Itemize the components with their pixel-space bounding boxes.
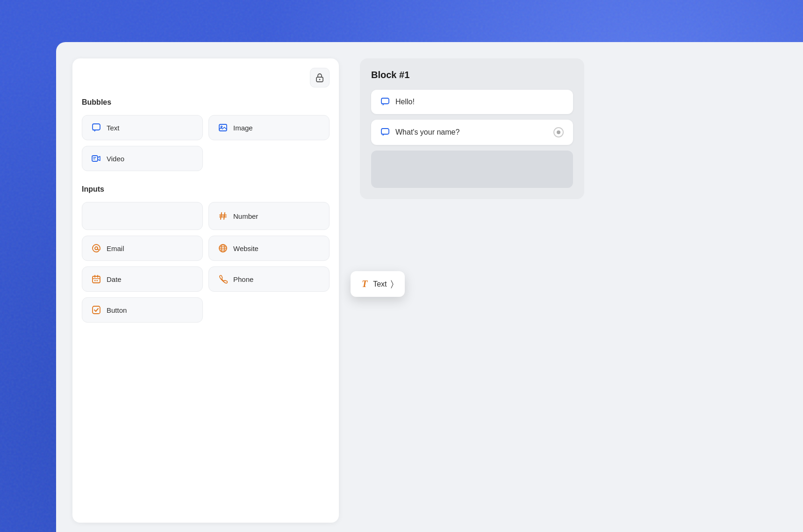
svg-rect-26 <box>381 129 389 134</box>
name-question-text: What's your name? <box>395 128 459 137</box>
globe-icon <box>218 244 228 253</box>
inputs-section-title: Inputs <box>82 185 330 194</box>
phone-input-item[interactable]: Phone <box>208 266 330 292</box>
image-bubble-label: Image <box>233 124 253 132</box>
text-bubble-item[interactable]: Text <box>82 115 203 140</box>
inputs-grid-row2: Email Website <box>82 236 330 261</box>
svg-rect-3 <box>219 124 227 131</box>
video-bubble-item[interactable]: Video <box>82 146 203 171</box>
inputs-grid-row1: Number <box>82 202 330 230</box>
button-row: Button <box>82 297 203 323</box>
calendar-icon <box>92 274 101 284</box>
email-input-label: Email <box>107 244 124 252</box>
date-input-label: Date <box>107 275 122 283</box>
button-input-item[interactable]: Button <box>82 297 203 323</box>
right-panel: Block #1 Hello! <box>360 58 787 523</box>
svg-line-8 <box>221 213 222 219</box>
hello-text: Hello! <box>395 98 415 106</box>
website-input-label: Website <box>233 244 258 252</box>
svg-rect-23 <box>97 280 98 281</box>
svg-rect-25 <box>381 98 389 104</box>
block-card: Block #1 Hello! <box>360 58 584 199</box>
phone-input-label: Phone <box>233 275 253 283</box>
radio-indicator <box>553 127 564 137</box>
chat-bubble-icon <box>92 123 101 132</box>
date-input-item[interactable]: Date <box>82 266 203 292</box>
floating-text-tooltip[interactable]: T Text 〉 <box>351 271 405 297</box>
text-bubble-label: Text <box>107 124 120 132</box>
svg-rect-2 <box>93 124 100 130</box>
svg-rect-18 <box>93 276 100 283</box>
lock-button[interactable] <box>310 68 330 87</box>
number-input-label: Number <box>233 212 258 220</box>
checkbox-icon <box>92 305 101 315</box>
svg-point-4 <box>221 126 222 128</box>
email-input-item[interactable]: Email <box>82 236 203 261</box>
website-input-item[interactable]: Website <box>208 236 330 261</box>
cursor-icon: 〉 <box>391 279 394 289</box>
image-icon <box>218 123 228 132</box>
left-panel: Bubbles Text <box>72 58 339 523</box>
block-title: Block #1 <box>371 70 573 80</box>
question-bubble-icon <box>380 128 390 137</box>
main-card: Bubbles Text <box>56 42 803 532</box>
svg-rect-5 <box>92 156 98 161</box>
at-icon <box>92 244 101 253</box>
phone-icon <box>218 274 228 284</box>
svg-point-1 <box>319 79 321 80</box>
hash-icon <box>218 211 228 221</box>
bubbles-grid: Text Image <box>82 115 330 140</box>
svg-line-9 <box>224 213 225 219</box>
tooltip-label: Text <box>373 280 387 288</box>
lock-icon <box>315 73 324 82</box>
image-bubble-item[interactable]: Image <box>208 115 330 140</box>
name-question-left: What's your name? <box>380 128 459 137</box>
name-question-message: What's your name? <box>371 120 573 145</box>
text-input-item[interactable] <box>82 202 203 230</box>
svg-rect-24 <box>93 306 100 314</box>
svg-rect-22 <box>94 280 96 281</box>
inputs-grid-row3: Date Phone <box>82 266 330 292</box>
number-input-item[interactable]: Number <box>208 202 330 230</box>
hello-bubble-icon <box>380 97 390 107</box>
video-row: Video <box>82 146 203 171</box>
hello-message: Hello! <box>371 90 573 114</box>
bubbles-section-title: Bubbles <box>82 98 330 107</box>
video-bubble-label: Video <box>107 155 124 163</box>
video-icon <box>92 154 101 163</box>
button-input-label: Button <box>107 306 127 314</box>
t-icon: T <box>362 279 367 289</box>
text-response-area[interactable] <box>371 151 573 188</box>
